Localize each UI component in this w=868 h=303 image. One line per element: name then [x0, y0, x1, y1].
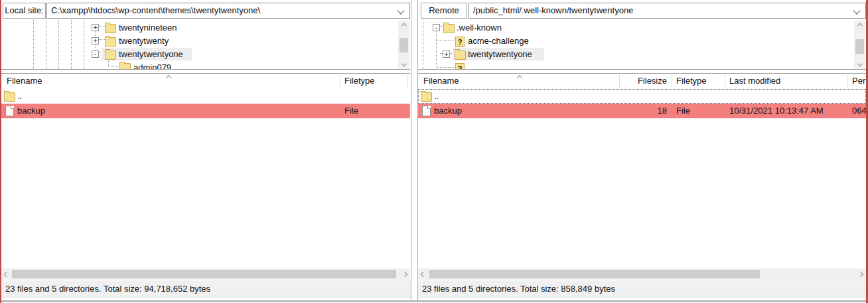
local-directory-tree: + twentynineteen + twentytwenty - twenty… — [1, 20, 397, 69]
folder-icon — [119, 63, 131, 69]
column-separator[interactable] — [672, 75, 672, 87]
file-row-backup[interactable]: backup File — [1, 104, 410, 118]
folder-icon — [4, 92, 15, 102]
column-header-filetype[interactable]: Filetype — [344, 74, 375, 88]
local-list-hscrollbar[interactable] — [1, 268, 410, 280]
focus-rectangle — [418, 89, 866, 104]
folder-icon — [443, 24, 455, 33]
scroll-left-icon[interactable] — [1, 268, 12, 280]
remote-status-text: 23 files and 5 directories. Total size: … — [422, 280, 615, 298]
remote-list-header: Filename Filesize Filetype Last modified… — [418, 74, 866, 88]
file-size: 18 — [624, 104, 667, 118]
unknown-dir-icon: ? — [455, 63, 465, 69]
expand-plus-icon[interactable]: + — [92, 24, 99, 31]
scroll-down-icon[interactable] — [398, 58, 409, 69]
local-tree-scrollbar[interactable] — [398, 21, 409, 69]
left-edge-highlight — [0, 0, 1, 303]
folder-icon — [105, 24, 116, 33]
column-separator[interactable] — [619, 75, 620, 87]
scrollbar-thumb[interactable] — [855, 39, 864, 54]
local-site-label: Local site: — [3, 3, 46, 19]
column-header-filename[interactable]: Filename — [7, 74, 42, 88]
file-row-parent-dir[interactable]: .. — [418, 89, 866, 104]
remote-site-label: Remote site: — [421, 3, 467, 19]
folder-icon — [455, 50, 466, 60]
expand-plus-icon[interactable]: + — [443, 50, 450, 58]
file-type: File — [344, 104, 358, 118]
scroll-left-icon[interactable] — [418, 268, 429, 280]
file-permissions: 064 — [852, 104, 867, 118]
expand-plus-icon[interactable]: + — [92, 37, 99, 45]
scroll-down-icon[interactable] — [854, 58, 865, 69]
file-last-modified: 10/31/2021 10:13:47 AM — [729, 104, 824, 118]
file-name: backup — [434, 104, 462, 118]
tree-item-label: twentytwentyone — [468, 48, 532, 61]
sort-ascending-icon — [517, 75, 522, 80]
remote-site-path: /public_html/.well-known/twentytwentyone — [473, 3, 633, 18]
unknown-dir-icon: ? — [455, 37, 465, 47]
local-site-path: C:\xampp\htdocs\wp-content\themes\twenty… — [51, 3, 260, 18]
scroll-up-icon[interactable] — [854, 21, 865, 31]
tree-item-partial[interactable]: ? — [418, 61, 853, 69]
folder-icon — [105, 37, 116, 47]
pane-divider[interactable] — [418, 69, 866, 70]
local-list-header: Filename Filetype — [1, 74, 410, 88]
tree-item-admin079[interactable]: admin079 — [1, 61, 397, 69]
tree-item-twentytwentyone-remote[interactable]: + twentytwentyone — [418, 48, 853, 61]
tree-item-label: twentynineteen — [119, 21, 177, 35]
file-name: .. — [17, 89, 22, 103]
column-separator[interactable] — [725, 75, 725, 87]
tree-item-twentytwentyone[interactable]: - twentytwentyone — [1, 48, 397, 61]
filezilla-file-panes: Local site: C:\xampp\htdocs\wp-content\t… — [0, 0, 868, 303]
local-status-bar: 23 files and 5 directories. Total size: … — [1, 280, 411, 298]
file-type: File — [676, 104, 690, 118]
column-separator[interactable] — [407, 75, 408, 87]
tree-item-label: acme-challenge — [468, 35, 529, 48]
tree-item-label: admin079 — [133, 61, 171, 69]
tree-item-acme-challenge[interactable]: ? acme-challenge — [418, 35, 853, 48]
file-icon — [5, 106, 14, 116]
local-status-text: 23 files and 5 directories. Total size: … — [5, 280, 210, 298]
file-row-parent-dir[interactable]: .. — [1, 89, 410, 104]
tree-item-label: twentytwenty — [119, 35, 169, 48]
tree-item-label: twentytwentyone — [119, 48, 183, 61]
scroll-up-icon[interactable] — [398, 21, 409, 31]
remote-list-hscrollbar[interactable] — [418, 268, 866, 280]
scrollbar-thumb[interactable] — [429, 270, 760, 278]
local-site-path-combo[interactable]: C:\xampp\htdocs\wp-content\themes\twenty… — [46, 3, 410, 19]
scroll-right-icon[interactable] — [855, 268, 866, 280]
remote-status-bar: 23 files and 5 directories. Total size: … — [418, 280, 866, 298]
tree-item-twentytwenty[interactable]: + twentytwenty — [1, 35, 397, 48]
panel-border — [411, 0, 411, 300]
remote-directory-tree: - .well-known ? acme-challenge + twentyt… — [418, 20, 853, 69]
remote-site-path-combo[interactable]: /public_html/.well-known/twentytwentyone — [469, 3, 866, 19]
pane-divider[interactable] — [1, 69, 410, 70]
column-separator[interactable] — [847, 75, 848, 87]
column-separator[interactable] — [340, 75, 340, 87]
tree-item-well-known[interactable]: - .well-known — [418, 21, 853, 35]
scrollbar-thumb[interactable] — [12, 270, 396, 278]
column-header-filesize[interactable]: Filesize — [624, 74, 667, 88]
tree-item-twentynineteen[interactable]: + twentynineteen — [1, 21, 397, 35]
file-icon — [422, 106, 431, 116]
scroll-right-icon[interactable] — [399, 268, 410, 280]
file-name: backup — [17, 104, 45, 118]
sort-ascending-icon — [166, 75, 171, 80]
column-header-filename[interactable]: Filename — [423, 74, 459, 88]
scrollbar-thumb[interactable] — [399, 38, 408, 52]
column-header-last-modified[interactable]: Last modified — [729, 74, 780, 88]
collapse-minus-icon[interactable]: - — [433, 24, 440, 31]
column-header-filetype[interactable]: Filetype — [676, 74, 707, 88]
chevron-down-icon[interactable] — [853, 7, 860, 14]
collapse-minus-icon[interactable]: - — [92, 50, 99, 58]
folder-icon — [105, 50, 116, 60]
chevron-down-icon[interactable] — [397, 7, 404, 14]
tree-item-label: .well-known — [457, 21, 502, 35]
remote-tree-scrollbar[interactable] — [854, 21, 865, 69]
file-row-backup[interactable]: backup 18 File 10/31/2021 10:13:47 AM 06… — [418, 104, 868, 118]
